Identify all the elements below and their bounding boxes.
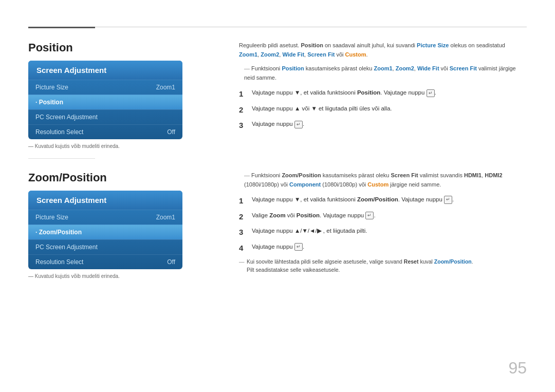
zoom-position-left: Zoom/Position Screen Adjustment Picture … — [28, 171, 208, 279]
position-step-1: 1 Vajutage nuppu ▼, et valida funktsioon… — [239, 88, 527, 100]
top-divider-accent — [28, 27, 95, 28]
zoom-position-sub-note: Kui soovite lähtestada pildi selle algse… — [239, 258, 527, 274]
zoom-position-section: Zoom/Position Screen Adjustment Picture … — [28, 171, 527, 279]
zoom-position-right: Funktsiooni Zoom/Position kasutamiseks p… — [208, 171, 527, 279]
zoom-position-row-resolution: Resolution Select Off — [28, 254, 182, 269]
position-screen-box: Screen Adjustment Picture Size Zoom1 · P… — [28, 61, 182, 139]
zoom-position-box-header: Screen Adjustment — [28, 191, 182, 210]
enter-icon-3: ↵ — [444, 196, 452, 204]
position-left: Position Screen Adjustment Picture Size … — [28, 41, 208, 149]
zoom-position-step-4: 4 Vajutage nuppu ↵. — [239, 242, 527, 254]
zoom-position-row-pc-screen: PC Screen Adjustment — [28, 239, 182, 254]
position-row-position: · Position — [28, 95, 182, 109]
enter-icon-1: ↵ — [427, 89, 435, 98]
zoom-position-title: Zoom/Position — [28, 171, 208, 184]
zoom-position-steps: 1 Vajutage nuppu ▼, et valida funktsioon… — [239, 195, 527, 254]
zoom-position-step-3: 3 Vajutage nuppu ▲/▼/◄/▶ , et liigutada … — [239, 227, 527, 238]
zoom-position-screen-box: Screen Adjustment Picture Size Zoom1 · Z… — [28, 191, 182, 269]
position-note: Kuvatud kujutis võib mudeliti erineda. — [28, 143, 208, 149]
position-intro: Reguleerib pildi asetust. Position on sa… — [239, 41, 527, 59]
zoom-position-step-1: 1 Vajutage nuppu ▼, et valida funktsioon… — [239, 195, 527, 207]
section-divider — [28, 158, 95, 159]
position-section: Position Screen Adjustment Picture Size … — [28, 41, 527, 149]
zoom-position-row-zoom: · Zoom/Position — [28, 225, 182, 239]
enter-icon-4: ↵ — [365, 212, 374, 220]
zoom-position-step-2: 2 Valige Zoom või Position. Vajutage nup… — [239, 211, 527, 223]
position-right: Reguleerib pildi asetust. Position on sa… — [208, 41, 527, 149]
enter-icon-5: ↵ — [294, 243, 303, 251]
zoom-position-note: Kuvatud kujutis võib mudeliti erineda. — [28, 273, 208, 279]
position-row-picture-size: Picture Size Zoom1 — [28, 80, 182, 95]
zoom-position-intro: Funktsiooni Zoom/Position kasutamiseks p… — [239, 171, 527, 189]
position-step-3: 3 Vajutage nuppu ↵. — [239, 120, 527, 132]
main-content: Position Screen Adjustment Picture Size … — [28, 36, 527, 279]
top-divider — [28, 27, 527, 27]
page-number: 95 — [508, 359, 527, 378]
position-title: Position — [28, 41, 208, 54]
position-steps: 1 Vajutage nuppu ▼, et valida funktsioon… — [239, 88, 527, 132]
position-step-2: 2 Vajutage nuppu ▲ või ▼ et liigutada pi… — [239, 104, 527, 116]
enter-icon-2: ↵ — [294, 121, 303, 129]
position-row-resolution: Resolution Select Off — [28, 124, 182, 139]
position-intro-note: Funktsiooni Position kasutamiseks pärast… — [239, 64, 527, 82]
position-box-header: Screen Adjustment — [28, 61, 182, 80]
page-container: Position Screen Adjustment Picture Size … — [0, 0, 555, 392]
position-row-pc-screen: PC Screen Adjustment — [28, 109, 182, 124]
zoom-position-row-picture-size: Picture Size Zoom1 — [28, 210, 182, 225]
